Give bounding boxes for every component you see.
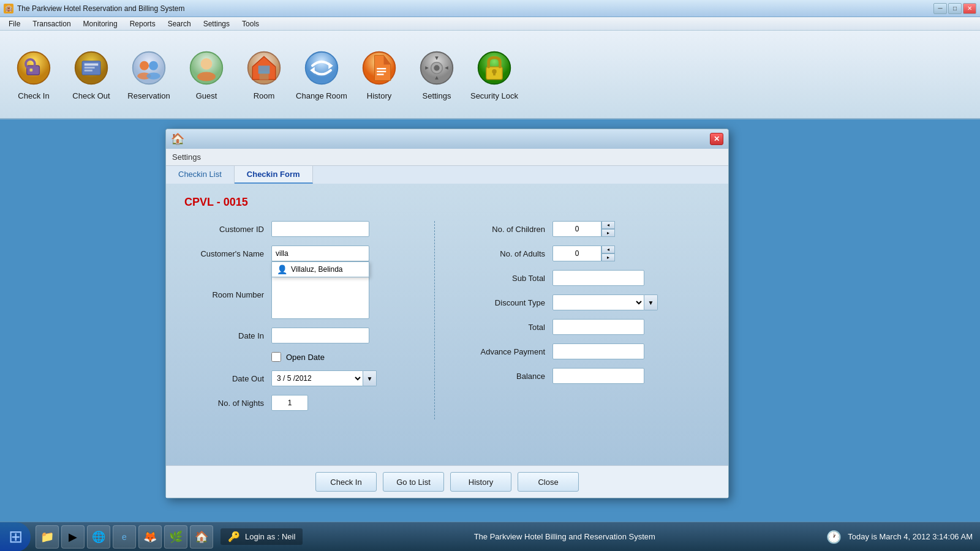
menu-monitoring[interactable]: Monitoring	[77, 18, 124, 29]
reservation-id: CPVL - 0015	[184, 196, 710, 209]
total-row: Total	[466, 319, 710, 335]
discount-type-row: Discount Type ▼	[466, 294, 710, 310]
dialog-content: CPVL - 0015 Customer ID Customer's Name	[166, 184, 728, 465]
dialog-tabs: Checkin List Checkin Form	[166, 166, 728, 184]
close-button[interactable]: Close	[518, 472, 579, 492]
toolbar-btn-check-out[interactable]: Check Out	[64, 36, 119, 113]
check-out-label: Check Out	[72, 91, 110, 100]
sub-total-input[interactable]	[552, 270, 644, 286]
desktop-area: 🏠 ✕ Settings Checkin List Checkin Form	[0, 119, 980, 522]
date-out-dropdown-button[interactable]: ▼	[363, 370, 377, 386]
dialog-titlebar: 🏠 ✕	[166, 129, 728, 149]
start-button[interactable]: ⊞	[0, 522, 31, 552]
no-of-children-down[interactable]: ▸	[601, 229, 615, 237]
tab-checkin-list[interactable]: Checkin List	[166, 166, 235, 184]
menu-search[interactable]: Search	[162, 18, 197, 29]
room-number-input[interactable]	[271, 270, 369, 319]
no-of-children-up[interactable]: ◂	[601, 221, 615, 229]
taskbar-icons: 📁 ▶ 🌐 e 🦊 🌿 🏠	[31, 525, 218, 549]
close-window-button[interactable]: ✕	[963, 3, 976, 14]
change-room-icon	[302, 48, 341, 88]
no-of-adults-up[interactable]: ◂	[601, 246, 615, 253]
menu-reports[interactable]: Reports	[124, 18, 162, 29]
change-room-label: Change Room	[296, 91, 347, 100]
svg-rect-6	[85, 64, 99, 66]
toolbar-btn-reservation[interactable]: Reservation	[121, 36, 176, 113]
date-out-select[interactable]: 3 / 5 /2012	[271, 370, 363, 386]
svg-rect-8	[85, 70, 92, 72]
maximize-button[interactable]: □	[948, 3, 962, 14]
customer-name-input[interactable]	[271, 246, 369, 261]
date-in-label: Date In	[184, 331, 264, 340]
tab-checkin-form[interactable]: Checkin Form	[235, 166, 313, 184]
toolbar-btn-room[interactable]: Room	[236, 36, 292, 113]
customer-id-input[interactable]	[271, 221, 369, 237]
svg-point-15	[201, 58, 213, 70]
toolbar-btn-change-room[interactable]: Change Room	[294, 36, 349, 113]
taskbar-folder-icon[interactable]: 📁	[36, 525, 59, 549]
balance-label: Balance	[466, 372, 545, 381]
customer-name-wrapper: 👤 Villaluz, Belinda	[271, 246, 369, 261]
autocomplete-item-text: Villaluz, Belinda	[291, 265, 343, 274]
menu-file[interactable]: File	[2, 18, 26, 29]
advance-payment-input[interactable]	[552, 343, 644, 359]
menu-settings[interactable]: Settings	[197, 18, 236, 29]
form-left-column: Customer ID Customer's Name 👤	[184, 221, 435, 419]
menu-transaction[interactable]: Transaction	[26, 18, 77, 29]
minimize-button[interactable]: ─	[933, 3, 947, 14]
taskbar-play-icon[interactable]: ▶	[61, 525, 85, 549]
open-date-checkbox[interactable]	[271, 352, 281, 362]
taskbar-leaf-icon[interactable]: 🌿	[164, 525, 187, 549]
discount-type-wrapper: ▼	[552, 294, 658, 310]
discount-type-select[interactable]	[552, 294, 644, 310]
taskbar-login-area: 🔑 Login as : Neil	[221, 528, 303, 545]
toolbar-btn-check-in[interactable]: Check In	[6, 36, 61, 113]
no-of-adults-input[interactable]	[552, 246, 601, 261]
dialog-close-button[interactable]: ✕	[710, 133, 723, 145]
svg-rect-7	[85, 67, 95, 69]
guest-label: Guest	[196, 91, 217, 100]
settings-icon	[417, 48, 456, 88]
login-text: Login as : Neil	[245, 532, 295, 541]
history-button[interactable]: History	[450, 472, 511, 492]
svg-point-32	[434, 65, 439, 70]
settings-label: Settings	[423, 91, 451, 100]
toolbar-btn-history[interactable]: History	[352, 36, 407, 113]
total-input[interactable]	[552, 319, 644, 335]
reservation-label: Reservation	[127, 91, 170, 100]
discount-type-dropdown-button[interactable]: ▼	[644, 294, 658, 310]
svg-point-13	[146, 73, 160, 80]
svg-rect-28	[377, 71, 386, 72]
dialog-window: 🏠 ✕ Settings Checkin List Checkin Form	[165, 129, 729, 498]
taskbar-ie-icon[interactable]: e	[113, 525, 136, 549]
no-of-children-input[interactable]	[552, 221, 601, 237]
menu-tools[interactable]: Tools	[236, 18, 265, 29]
discount-type-label: Discount Type	[466, 298, 545, 307]
total-label: Total	[466, 323, 545, 332]
autocomplete-item[interactable]: 👤 Villaluz, Belinda	[272, 262, 369, 277]
taskbar: ⊞ 📁 ▶ 🌐 e 🦊 🌿 🏠 🔑 Login as : Neil The Pa…	[0, 522, 980, 551]
toolbar: Check In Check Out	[0, 31, 980, 119]
menu-bar: File Transaction Monitoring Reports Sear…	[0, 17, 980, 31]
room-number-row: Room Number	[184, 270, 422, 319]
date-in-input[interactable]	[271, 328, 369, 343]
customer-name-row: Customer's Name 👤 Villaluz, Belinda	[184, 246, 422, 261]
toolbar-btn-guest[interactable]: Guest	[179, 36, 234, 113]
no-of-adults-down[interactable]: ▸	[601, 253, 615, 261]
date-out-wrapper: 3 / 5 /2012 ▼	[271, 370, 377, 386]
taskbar-firefox-icon[interactable]: 🦊	[138, 525, 162, 549]
advance-payment-row: Advance Payment	[466, 343, 710, 359]
svg-rect-3	[29, 69, 32, 72]
taskbar-home-app-icon[interactable]: 🏠	[190, 525, 213, 549]
go-to-list-button[interactable]: Go to List	[383, 472, 444, 492]
key-icon: 🔑	[228, 531, 240, 542]
svg-point-11	[149, 61, 158, 70]
taskbar-browser-icon[interactable]: 🌐	[87, 525, 110, 549]
no-of-adults-row: No. of Adults ◂ ▸	[466, 246, 710, 261]
check-in-button[interactable]: Check In	[315, 472, 377, 492]
no-of-nights-input[interactable]	[271, 395, 308, 411]
svg-rect-27	[377, 68, 386, 69]
toolbar-btn-settings[interactable]: Settings	[409, 36, 464, 113]
balance-input[interactable]	[552, 368, 644, 384]
toolbar-btn-security-lock[interactable]: Security Lock	[467, 36, 522, 113]
